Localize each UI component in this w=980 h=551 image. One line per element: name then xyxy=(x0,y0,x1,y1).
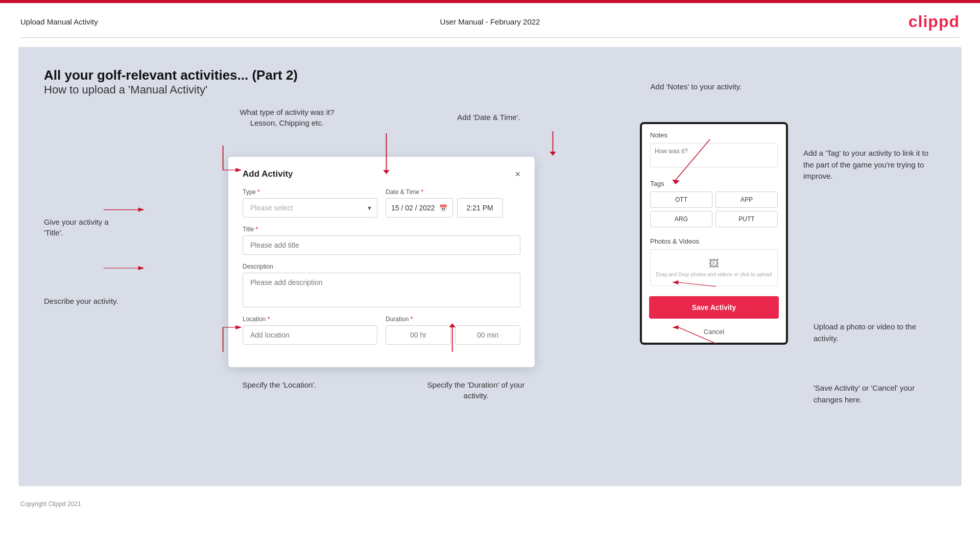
upload-text: Drag and Drop photos and videos or click… xyxy=(656,272,772,277)
datetime-group: Date & Time * 15 / 02 / 2022 📅 2:21 PM xyxy=(386,188,520,218)
tags-section: Tags OTTAPPARGPUTT xyxy=(642,175,786,232)
description-textarea[interactable] xyxy=(243,273,520,307)
main-inner: Give your activity a 'Title'. Describe y… xyxy=(44,107,936,413)
modal-close-button[interactable]: × xyxy=(515,170,520,179)
duration-hr-input[interactable] xyxy=(386,325,451,345)
tag-app[interactable]: APP xyxy=(715,191,778,208)
location-group: Location * xyxy=(243,316,377,345)
duration-group: Duration * xyxy=(386,316,520,345)
header: Upload Manual Activity User Manual - Feb… xyxy=(0,3,980,37)
phone-screen: Notes Tags OTTAPPARGPUTT Photos & Videos xyxy=(642,124,786,343)
form-row-title: Title * xyxy=(243,226,520,255)
time-input[interactable]: 2:21 PM xyxy=(457,198,503,218)
duration-label: Duration * xyxy=(386,316,520,323)
bottom-annotations: Specify the 'Location'. Specify the 'Dur… xyxy=(228,379,535,401)
type-group: Type * Please select xyxy=(243,188,377,218)
duration-min-input[interactable] xyxy=(455,325,520,345)
title-input[interactable] xyxy=(243,235,520,255)
ann-tag: Add a 'Tag' to your activity to link it … xyxy=(803,148,936,182)
phone-notes-section: Notes xyxy=(642,124,786,175)
ann-datetime: Add 'Date & Time'. xyxy=(443,112,535,153)
ann-describe: Describe your activity. xyxy=(44,296,123,306)
modal-header: Add Activity × xyxy=(243,169,520,179)
top-annotations: What type of activity was it? Lesson, Ch… xyxy=(228,107,535,153)
phone-mockup: Notes Tags OTTAPPARGPUTT Photos & Videos xyxy=(640,122,788,345)
upload-icon: 🖼 xyxy=(709,258,719,270)
ann-location: Specify the 'Location'. xyxy=(228,379,330,401)
right-section: Add 'Notes' to your activity. Add a 'Tag… xyxy=(640,107,936,345)
page-title: All your golf-relevant activities... (Pa… xyxy=(44,67,936,83)
form-row-location-duration: Location * Duration * xyxy=(243,316,520,345)
footer: Copyright Clippd 2021 xyxy=(0,495,980,513)
ann-save: 'Save Activity' or 'Cancel' your changes… xyxy=(814,382,936,405)
page-title-section: All your golf-relevant activities... (Pa… xyxy=(44,67,936,97)
tag-putt[interactable]: PUTT xyxy=(715,211,778,227)
cancel-button[interactable]: Cancel xyxy=(642,324,786,343)
phone-notes-textarea[interactable] xyxy=(650,143,778,167)
header-divider xyxy=(20,37,960,38)
upload-area[interactable]: 🖼 Drag and Drop photos and videos or cli… xyxy=(650,249,778,286)
photos-section: Photos & Videos 🖼 Drag and Drop photos a… xyxy=(642,232,786,291)
modal-dialog: Add Activity × Type * Please select xyxy=(228,157,535,367)
calendar-icon: 📅 xyxy=(439,204,447,212)
date-value: 15 / 02 / 2022 xyxy=(391,204,435,212)
location-label: Location * xyxy=(243,316,377,323)
save-activity-button[interactable]: Save Activity xyxy=(649,296,779,319)
title-group: Title * xyxy=(243,226,520,255)
header-center-text: User Manual - February 2022 xyxy=(440,17,540,26)
tags-label: Tags xyxy=(650,180,778,187)
center-section: What type of activity was it? Lesson, Ch… xyxy=(138,107,625,401)
ann-notes: Add 'Notes' to your activity. xyxy=(650,81,742,92)
photos-label: Photos & Videos xyxy=(650,237,778,245)
modal-title: Add Activity xyxy=(243,169,293,179)
tag-arg[interactable]: ARG xyxy=(650,211,712,227)
type-label: Type * xyxy=(243,188,377,196)
duration-inputs xyxy=(386,325,520,345)
description-label: Description xyxy=(243,263,520,270)
type-select-wrapper: Please select xyxy=(243,198,377,218)
date-time-group: 15 / 02 / 2022 📅 2:21 PM xyxy=(386,198,520,218)
header-left-text: Upload Manual Activity xyxy=(20,17,98,26)
main-content: All your golf-relevant activities... (Pa… xyxy=(18,47,962,486)
ann-upload: Upload a photo or video to the activity. xyxy=(814,321,936,344)
title-field-label: Title * xyxy=(243,226,520,233)
ann-title-label: Give your activity a 'Title'. xyxy=(44,217,123,238)
form-row-description: Description xyxy=(243,263,520,307)
tag-ott[interactable]: OTT xyxy=(650,191,712,208)
footer-copyright: Copyright Clippd 2021 xyxy=(20,500,81,508)
type-select[interactable]: Please select xyxy=(243,198,377,218)
ann-duration: Specify the 'Duration' of your activity. xyxy=(417,379,535,401)
phone-notes-label: Notes xyxy=(650,131,778,139)
page-subtitle: How to upload a 'Manual Activity' xyxy=(44,83,207,96)
tags-grid: OTTAPPARGPUTT xyxy=(650,191,778,227)
datetime-label: Date & Time * xyxy=(386,188,520,196)
left-annotations: Give your activity a 'Title'. Describe y… xyxy=(44,107,138,413)
description-group: Description xyxy=(243,263,520,307)
ann-type: What type of activity was it? Lesson, Ch… xyxy=(228,107,346,153)
location-input[interactable] xyxy=(243,325,377,345)
form-row-type-datetime: Type * Please select Date & Time * xyxy=(243,188,520,218)
clippd-logo: clippd xyxy=(909,12,960,31)
date-input[interactable]: 15 / 02 / 2022 📅 xyxy=(386,198,453,218)
